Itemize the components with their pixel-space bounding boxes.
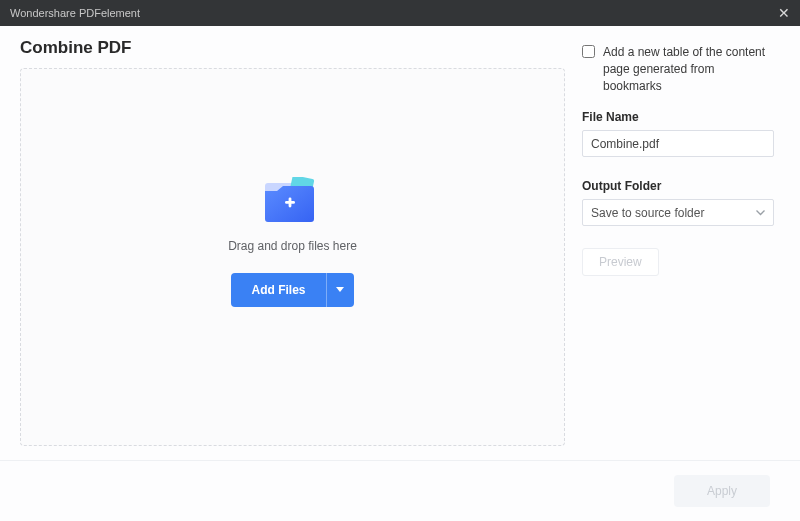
page-title: Combine PDF [20, 38, 570, 58]
preview-button[interactable]: Preview [582, 248, 659, 276]
add-folder-icon [263, 177, 323, 225]
toc-checkbox[interactable] [582, 45, 595, 58]
add-files-dropdown-button[interactable] [326, 273, 354, 307]
output-folder-value: Save to source folder [591, 206, 704, 220]
left-panel: Combine PDF Drag and drop files here Add… [0, 26, 570, 460]
filename-label: File Name [582, 110, 774, 124]
apply-button[interactable]: Apply [674, 475, 770, 507]
filename-input[interactable] [582, 130, 774, 157]
footer: Apply [0, 460, 800, 521]
toc-checkbox-label: Add a new table of the content page gene… [603, 44, 774, 94]
toc-checkbox-row[interactable]: Add a new table of the content page gene… [582, 44, 774, 94]
titlebar: Wondershare PDFelement ✕ [0, 0, 800, 26]
output-folder-label: Output Folder [582, 179, 774, 193]
drop-zone[interactable]: Drag and drop files here Add Files [20, 68, 565, 446]
app-title: Wondershare PDFelement [10, 7, 140, 19]
close-icon[interactable]: ✕ [778, 6, 790, 20]
chevron-down-icon [336, 287, 344, 293]
chevron-down-icon [756, 210, 765, 216]
right-panel: Add a new table of the content page gene… [570, 26, 800, 460]
svg-rect-3 [288, 197, 291, 207]
add-files-button[interactable]: Add Files [231, 273, 325, 307]
output-folder-select[interactable]: Save to source folder [582, 199, 774, 226]
add-files-group: Add Files [231, 273, 353, 307]
drop-hint: Drag and drop files here [228, 239, 357, 253]
content-area: Combine PDF Drag and drop files here Add… [0, 26, 800, 460]
